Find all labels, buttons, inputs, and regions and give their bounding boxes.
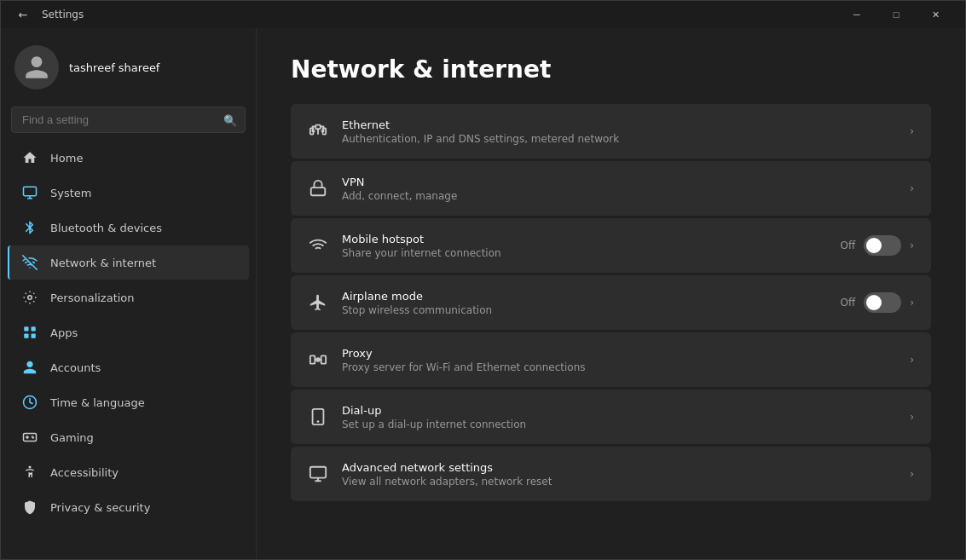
ethernet-subtitle: Authentication, IP and DNS settings, met… bbox=[342, 133, 896, 145]
advanced-chevron: › bbox=[910, 468, 914, 480]
home-icon bbox=[21, 149, 38, 166]
ethernet-chevron: › bbox=[910, 125, 914, 137]
dialup-right: › bbox=[910, 411, 914, 423]
vpn-text: VPN Add, connect, manage bbox=[342, 176, 896, 202]
airplane-setting[interactable]: Airplane mode Stop wireless communicatio… bbox=[291, 275, 931, 330]
sidebar-item-privacy[interactable]: Privacy & security bbox=[8, 490, 249, 524]
search-icon: 🔍 bbox=[223, 113, 237, 126]
back-button[interactable]: ← bbox=[11, 3, 35, 26]
advanced-right: › bbox=[910, 468, 914, 480]
svg-rect-14 bbox=[321, 355, 327, 363]
sidebar-item-accounts[interactable]: Accounts bbox=[8, 350, 249, 384]
sidebar-item-bluetooth[interactable]: Bluetooth & devices bbox=[8, 211, 249, 245]
svg-rect-12 bbox=[311, 188, 326, 195]
proxy-chevron: › bbox=[910, 354, 914, 366]
advanced-title: Advanced network settings bbox=[342, 461, 896, 474]
airplane-subtitle: Stop wireless communication bbox=[342, 304, 826, 316]
hotspot-chevron: › bbox=[910, 240, 914, 251]
dialup-title: Dial-up bbox=[342, 404, 896, 417]
accounts-icon bbox=[21, 359, 38, 376]
network-icon bbox=[21, 254, 38, 271]
page-title: Network & internet bbox=[291, 55, 931, 84]
minimize-button[interactable]: ─ bbox=[837, 1, 876, 28]
ethernet-text: Ethernet Authentication, IP and DNS sett… bbox=[342, 118, 896, 145]
ethernet-setting[interactable]: Ethernet Authentication, IP and DNS sett… bbox=[291, 104, 931, 159]
settings-window: ← Settings ─ □ ✕ tashreef shareef 🔍 bbox=[0, 0, 966, 560]
hotspot-toggle-label: Off bbox=[840, 240, 855, 251]
vpn-title: VPN bbox=[342, 176, 896, 188]
accessibility-icon bbox=[21, 464, 38, 481]
proxy-icon bbox=[308, 349, 328, 370]
airplane-title: Airplane mode bbox=[342, 290, 826, 303]
apps-icon bbox=[21, 324, 38, 341]
search-input[interactable] bbox=[11, 107, 246, 133]
svg-rect-11 bbox=[315, 125, 321, 130]
app-content: tashreef shareef 🔍 Home System bbox=[1, 28, 965, 559]
proxy-setting[interactable]: Proxy Proxy server for Wi-Fi and Etherne… bbox=[291, 332, 931, 387]
hotspot-toggle[interactable] bbox=[864, 235, 901, 256]
sidebar-item-time[interactable]: Time & language bbox=[8, 385, 249, 419]
svg-rect-13 bbox=[310, 355, 315, 363]
hotspot-setting[interactable]: Mobile hotspot Share your internet conne… bbox=[291, 218, 931, 273]
sidebar-item-network[interactable]: Network & internet bbox=[8, 245, 249, 280]
sidebar-item-home[interactable]: Home bbox=[8, 141, 249, 175]
ethernet-icon bbox=[308, 121, 328, 141]
airplane-icon bbox=[308, 292, 328, 313]
advanced-text: Advanced network settings View all netwo… bbox=[342, 461, 896, 488]
proxy-subtitle: Proxy server for Wi-Fi and Ethernet conn… bbox=[342, 361, 896, 373]
hotspot-subtitle: Share your internet connection bbox=[342, 247, 826, 259]
svg-point-8 bbox=[29, 466, 32, 469]
system-icon bbox=[21, 184, 38, 201]
vpn-icon bbox=[308, 178, 328, 199]
dialup-subtitle: Set up a dial-up internet connection bbox=[342, 419, 896, 430]
hotspot-icon bbox=[308, 235, 328, 256]
dialup-setting[interactable]: Dial-up Set up a dial-up internet connec… bbox=[291, 390, 931, 444]
close-button[interactable]: ✕ bbox=[916, 1, 955, 28]
hotspot-text: Mobile hotspot Share your internet conne… bbox=[342, 233, 826, 259]
sidebar-item-apps[interactable]: Apps bbox=[8, 315, 249, 349]
personalization-icon bbox=[21, 289, 38, 306]
vpn-right: › bbox=[910, 182, 914, 194]
proxy-right: › bbox=[910, 354, 914, 366]
vpn-setting[interactable]: VPN Add, connect, manage › bbox=[291, 161, 931, 216]
search-container: 🔍 bbox=[11, 107, 246, 133]
gaming-icon bbox=[21, 429, 38, 446]
advanced-subtitle: View all network adapters, network reset bbox=[342, 476, 896, 488]
airplane-toggle[interactable] bbox=[864, 292, 901, 313]
main-content: Network & internet Ethernet Au bbox=[257, 28, 965, 559]
svg-rect-18 bbox=[310, 467, 326, 478]
ethernet-title: Ethernet bbox=[342, 118, 896, 131]
sidebar: tashreef shareef 🔍 Home System bbox=[1, 28, 257, 559]
proxy-text: Proxy Proxy server for Wi-Fi and Etherne… bbox=[342, 347, 896, 373]
user-section: tashreef shareef bbox=[1, 28, 256, 103]
vpn-chevron: › bbox=[910, 182, 914, 194]
svg-rect-3 bbox=[32, 326, 36, 331]
titlebar-title: Settings bbox=[42, 9, 84, 20]
airplane-right: Off › bbox=[840, 292, 914, 313]
vpn-subtitle: Add, connect, manage bbox=[342, 190, 896, 202]
svg-rect-5 bbox=[32, 334, 36, 338]
airplane-toggle-label: Off bbox=[840, 297, 855, 309]
sidebar-item-gaming[interactable]: Gaming bbox=[8, 420, 249, 454]
window-controls: ─ □ ✕ bbox=[837, 1, 955, 28]
time-icon bbox=[21, 394, 38, 411]
svg-point-1 bbox=[28, 296, 32, 300]
advanced-setting[interactable]: Advanced network settings View all netwo… bbox=[291, 447, 931, 501]
hotspot-title: Mobile hotspot bbox=[342, 233, 826, 245]
titlebar: ← Settings ─ □ ✕ bbox=[1, 1, 965, 28]
dialup-chevron: › bbox=[910, 411, 914, 423]
sidebar-nav: Home System Bluetooth & devices bbox=[1, 140, 256, 525]
user-icon bbox=[23, 54, 50, 81]
sidebar-item-personalization[interactable]: Personalization bbox=[8, 280, 249, 315]
settings-list: Ethernet Authentication, IP and DNS sett… bbox=[291, 104, 931, 501]
airplane-text: Airplane mode Stop wireless communicatio… bbox=[342, 290, 826, 316]
sidebar-item-accessibility[interactable]: Accessibility bbox=[8, 455, 249, 489]
svg-rect-0 bbox=[24, 187, 37, 196]
avatar[interactable] bbox=[14, 45, 59, 89]
privacy-icon bbox=[21, 499, 38, 516]
svg-rect-2 bbox=[24, 326, 28, 331]
sidebar-item-system[interactable]: System bbox=[8, 176, 249, 210]
ethernet-right: › bbox=[910, 125, 914, 137]
restore-button[interactable]: □ bbox=[876, 1, 916, 28]
svg-rect-4 bbox=[24, 334, 28, 338]
